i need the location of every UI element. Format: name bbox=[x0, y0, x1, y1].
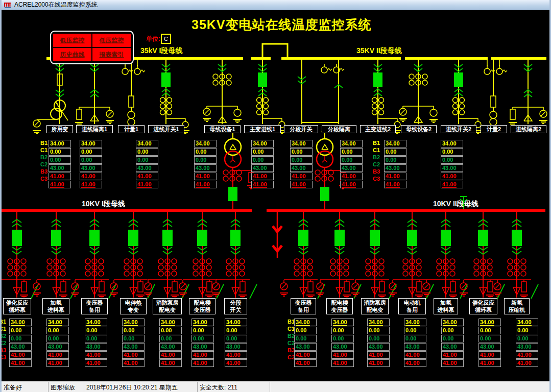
readout-value: 41.00 bbox=[159, 359, 182, 367]
readout-value: 0.00 bbox=[80, 156, 102, 164]
top-bay-label-8[interactable]: 主变进线2 bbox=[360, 125, 396, 133]
top-bay-label-11[interactable]: 计量2 bbox=[481, 125, 507, 133]
readout-value: 0.00 bbox=[85, 335, 107, 342]
menu-item-3[interactable]: 报表索引 bbox=[92, 48, 131, 61]
readout-row-label: C1 bbox=[2, 326, 6, 332]
readout-value: 0.00 bbox=[290, 156, 313, 164]
bottom-bay-label-0[interactable]: 催化反应循环泵 bbox=[3, 298, 31, 314]
readout-row-label: B1 bbox=[2, 318, 6, 325]
readout-value: 0.00 bbox=[384, 148, 406, 156]
readout-value: 41.00 bbox=[85, 359, 107, 367]
menu-box: 低压监控低压监控历史曲线报表索引 bbox=[50, 31, 134, 64]
bus-label-10kv-1: 10KV I段母线 bbox=[82, 200, 125, 209]
top-bay-label-4[interactable]: 母线设备1 bbox=[204, 125, 241, 133]
readout-value: 0.00 bbox=[331, 327, 354, 334]
readout-value: 41.00 bbox=[404, 351, 426, 359]
top-bay-label-9[interactable]: 母线设备2 bbox=[401, 125, 437, 133]
readout-value: 41.00 bbox=[340, 173, 363, 180]
readout-value: 41.00 bbox=[404, 359, 426, 367]
readout-row-label: B1 bbox=[285, 318, 295, 325]
readout-value: 0.00 bbox=[191, 335, 214, 342]
bottom-bay-label-12[interactable]: 催化反应循环泵 bbox=[469, 298, 497, 314]
readout-value: 41.00 bbox=[516, 351, 538, 359]
top-bay-label-7[interactable]: 分段隔离 bbox=[322, 125, 356, 133]
top-bay-label-10[interactable]: 进线开关2 bbox=[441, 125, 476, 133]
readout-value: 41.00 bbox=[294, 351, 317, 359]
readout-value: 0.00 bbox=[367, 335, 390, 342]
readout-value: 34.00 bbox=[340, 140, 363, 148]
top-bay-label-12[interactable]: 进线隔离2 bbox=[511, 125, 546, 133]
readout-value: 0.00 bbox=[46, 327, 69, 334]
bottom-bay-label-13[interactable]: 新氢压缩机 bbox=[504, 298, 530, 314]
readout-value: 41.00 bbox=[85, 351, 107, 359]
readout-value: 0.00 bbox=[46, 335, 69, 342]
readout-column: 34.000.000.0043.0041.0041.00 bbox=[478, 318, 501, 368]
bottom-bay-label-1[interactable]: 加氢进料泵 bbox=[42, 298, 69, 314]
bus-label-10kv-2: 10KV II段母线 bbox=[433, 200, 478, 209]
readout-value: 34.00 bbox=[384, 140, 406, 148]
readout-value: 41.00 bbox=[331, 359, 354, 367]
bottom-bay-label-2[interactable]: 变压器备用 bbox=[81, 298, 108, 314]
readout-value: 34.00 bbox=[46, 318, 69, 326]
one-line-diagram bbox=[2, 10, 549, 381]
readout-row-label: B3 bbox=[285, 347, 295, 353]
readout-value: 43.00 bbox=[251, 164, 274, 172]
bus-label-35kv-2: 35KV II段母线 bbox=[356, 46, 402, 56]
readout-value: 41.00 bbox=[441, 173, 463, 180]
readout-value: 0.00 bbox=[516, 335, 538, 342]
unit-selector[interactable]: C bbox=[161, 34, 171, 44]
menu-item-1[interactable]: 低压监控 bbox=[92, 34, 131, 47]
readout-value: 43.00 bbox=[331, 343, 354, 351]
readout-value: 41.00 bbox=[340, 181, 363, 188]
top-bay-label-0[interactable]: 所用变 bbox=[46, 125, 73, 133]
bottom-bay-label-10[interactable]: 电动机备用 bbox=[398, 298, 426, 314]
bottom-bay-label-11[interactable]: 加氢进料泵 bbox=[434, 298, 458, 314]
readout-column: 34.000.000.0043.0041.0041.00 bbox=[49, 140, 71, 189]
menu-item-0[interactable]: 低压监控 bbox=[53, 34, 91, 47]
readout-value: 34.00 bbox=[80, 140, 102, 148]
bottom-bay-label-6[interactable]: 分段开关 bbox=[224, 298, 247, 314]
readout-value: 0.00 bbox=[331, 335, 354, 342]
bottom-bay-label-8[interactable]: 配电楼变压器 bbox=[326, 298, 353, 314]
bottom-bay-label-7[interactable]: 变压器备用 bbox=[291, 298, 316, 314]
top-bay-label-5[interactable]: 主变进线1 bbox=[244, 125, 281, 133]
bottom-bay-label-9[interactable]: 消防泵房配电变 bbox=[361, 298, 389, 314]
top-bay-label-2[interactable]: 计量1 bbox=[118, 125, 145, 133]
readout-value: 34.00 bbox=[194, 140, 217, 148]
readout-column: 34.000.000.0043.0041.0041.00 bbox=[367, 318, 390, 368]
readout-value: 43.00 bbox=[122, 343, 145, 351]
readout-value: 34.00 bbox=[441, 140, 463, 148]
readout-row-label: C2 bbox=[285, 340, 295, 346]
bottom-bay-label-4[interactable]: 消防泵房配电变 bbox=[153, 298, 182, 314]
readout-value: 0.00 bbox=[225, 335, 247, 342]
readout-value: 0.00 bbox=[194, 156, 217, 164]
readout-value: 0.00 bbox=[441, 156, 463, 164]
readout-row-label: B1 bbox=[371, 140, 380, 146]
top-bay-label-3[interactable]: 进线开关1 bbox=[148, 125, 184, 133]
window-titlebar: ACREL2000在线温度监控系统 bbox=[2, 0, 549, 10]
readout-value: 41.00 bbox=[122, 351, 145, 359]
readout-value: 41.00 bbox=[441, 181, 463, 188]
readout-value: 41.00 bbox=[294, 359, 317, 367]
readout-value: 0.00 bbox=[516, 327, 538, 334]
readout-column: 34.000.000.0043.0041.0041.00 bbox=[46, 318, 69, 368]
bottom-bay-label-3[interactable]: 电伴热专变 bbox=[120, 298, 147, 314]
readout-row-label: C3 bbox=[371, 176, 380, 182]
readout-value: 0.00 bbox=[136, 156, 158, 164]
readout-value: 0.00 bbox=[367, 327, 390, 334]
readout-row-label: C3 bbox=[285, 354, 295, 360]
top-bay-label-6[interactable]: 分段开关 bbox=[284, 125, 318, 133]
scada-canvas: 35KV变电站在线温度监控系统 低压监控低压监控历史曲线报表索引 单位: C 3… bbox=[2, 10, 549, 381]
readout-value: 34.00 bbox=[225, 318, 247, 326]
readout-value: 0.00 bbox=[49, 148, 71, 156]
readout-value: 43.00 bbox=[80, 164, 102, 172]
readout-value: 41.00 bbox=[136, 173, 158, 180]
top-bay-label-1[interactable]: 进线隔离1 bbox=[76, 125, 113, 133]
status-empty bbox=[270, 382, 549, 392]
readout-value: 0.00 bbox=[478, 327, 501, 334]
readout-value: 0.00 bbox=[122, 327, 145, 334]
readout-value: 41.00 bbox=[194, 181, 217, 188]
bottom-bay-label-5[interactable]: 配电楼变压器 bbox=[189, 298, 215, 314]
menu-item-2[interactable]: 历史曲线 bbox=[53, 48, 91, 61]
readout-value: 0.00 bbox=[191, 327, 214, 334]
